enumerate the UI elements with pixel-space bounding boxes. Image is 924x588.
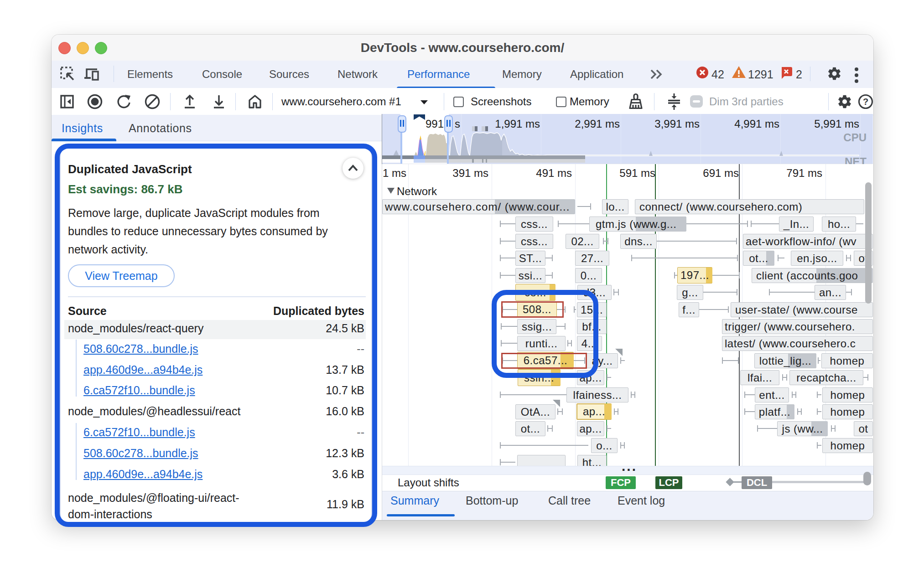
svg-text:?: ? xyxy=(863,97,868,107)
